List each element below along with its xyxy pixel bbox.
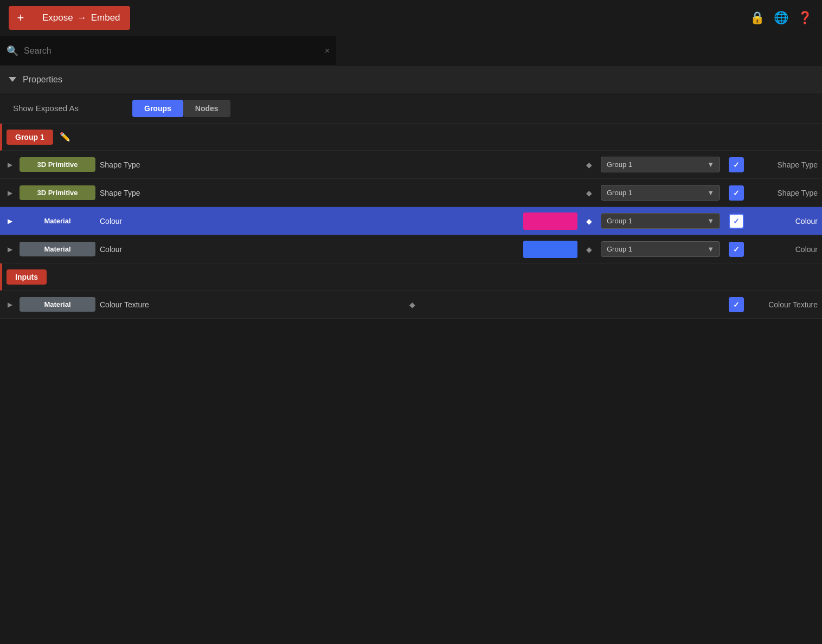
diamond-icon: ◆ — [586, 217, 592, 226]
right-label: Colour Texture — [753, 300, 818, 309]
search-clear-button[interactable]: × — [325, 46, 330, 56]
checkmark-icon: ✓ — [733, 217, 740, 226]
properties-label: Properties — [23, 75, 62, 85]
inputs-tag: Inputs — [7, 269, 47, 285]
dropdown-value: Group 1 — [607, 217, 632, 225]
chevron-down-icon: ▼ — [707, 245, 714, 253]
node-type-tag: Material — [20, 214, 95, 228]
app-header: + Expose → Embed 🔒 🌐 ❓ — [0, 0, 822, 36]
right-label: Colour — [753, 245, 818, 254]
node-type-tag: Material — [20, 297, 95, 312]
table-row: ▶ 3D Primitive Shape Type ◆ Group 1 ▼ ✓ … — [0, 179, 822, 207]
checkbox[interactable]: ✓ — [729, 157, 744, 172]
help-icon[interactable]: ❓ — [796, 9, 813, 27]
header-left: + Expose → Embed — [9, 6, 130, 30]
toggle-groups-button[interactable]: Groups — [132, 100, 183, 117]
chevron-down-icon: ▼ — [707, 217, 714, 225]
prop-name: Colour — [100, 245, 519, 254]
group-dropdown[interactable]: Group 1 ▼ — [601, 157, 720, 172]
expand-icon[interactable]: ▶ — [4, 246, 15, 253]
plus-icon: + — [17, 11, 24, 25]
show-exposed-label: Show Exposed As — [13, 104, 121, 113]
prop-name: Colour — [100, 217, 519, 226]
expand-icon[interactable]: ▶ — [4, 189, 15, 197]
dropdown-value: Group 1 — [607, 189, 632, 197]
diamond-icon: ◆ — [586, 245, 592, 254]
checkbox[interactable]: ✓ — [729, 242, 744, 257]
group-dropdown[interactable]: Group 1 ▼ — [601, 241, 720, 257]
search-input[interactable] — [24, 46, 319, 56]
checkbox[interactable]: ✓ — [729, 185, 744, 201]
table-row: ▶ Material Colour ◆ Group 1 ▼ ✓ Colour — [0, 235, 822, 263]
diamond-icon: ◆ — [586, 189, 592, 197]
diamond-icon: ◆ — [586, 160, 592, 169]
dropdown-value: Group 1 — [607, 160, 632, 169]
group-dropdown[interactable]: Group 1 ▼ — [601, 213, 720, 229]
globe-icon[interactable]: 🌐 — [772, 9, 789, 27]
expand-icon[interactable]: ▶ — [4, 161, 15, 169]
prop-name: Shape Type — [100, 160, 577, 169]
dropdown-value: Group 1 — [607, 245, 632, 253]
checkbox[interactable]: ✓ — [729, 297, 744, 312]
expose-embed-button[interactable]: Expose → Embed — [33, 6, 130, 30]
chevron-down-icon: ▼ — [707, 189, 714, 197]
checkmark-icon: ✓ — [733, 189, 740, 197]
checkbox[interactable]: ✓ — [729, 214, 744, 229]
embed-label: Embed — [91, 12, 120, 23]
toggle-nodes-button[interactable]: Nodes — [183, 100, 230, 117]
group-dropdown[interactable]: Group 1 ▼ — [601, 185, 720, 201]
header-icons: 🔒 🌐 ❓ — [748, 9, 813, 27]
lock-icon[interactable]: 🔒 — [748, 9, 766, 27]
prop-name: Shape Type — [100, 189, 577, 197]
search-icon: 🔍 — [7, 45, 18, 57]
expand-icon[interactable]: ▶ — [4, 217, 15, 225]
group1-tag: Group 1 — [7, 130, 53, 145]
expand-icon[interactable]: ▶ — [4, 301, 15, 308]
inputs-section-header: Inputs — [0, 263, 822, 291]
collapse-icon — [9, 77, 16, 82]
node-type-tag: 3D Primitive — [20, 185, 95, 200]
properties-section-header[interactable]: Properties — [0, 66, 822, 93]
right-label: Shape Type — [753, 189, 818, 197]
edit-icon[interactable]: ✏️ — [60, 132, 70, 142]
toggle-group: Groups Nodes — [132, 100, 230, 117]
right-label: Colour — [753, 217, 818, 226]
diamond-icon: ◆ — [409, 300, 415, 309]
add-button[interactable]: + — [9, 6, 33, 30]
arrow-icon: → — [78, 12, 87, 23]
table-row: ▶ 3D Primitive Shape Type ◆ Group 1 ▼ ✓ … — [0, 151, 822, 179]
show-exposed-row: Show Exposed As Groups Nodes — [0, 93, 822, 124]
node-type-tag: Material — [20, 242, 95, 256]
checkmark-icon: ✓ — [733, 245, 740, 254]
table-row: ▶ Material Colour ◆ Group 1 ▼ ✓ Colour — [0, 207, 822, 235]
checkmark-icon: ✓ — [733, 300, 740, 309]
chevron-down-icon: ▼ — [707, 160, 714, 169]
group1-header: Group 1 ✏️ — [0, 124, 822, 151]
checkmark-icon: ✓ — [733, 160, 740, 169]
right-label: Shape Type — [753, 160, 818, 169]
table-row: ▶ Material Colour Texture ◆ ✓ Colour Tex… — [0, 291, 822, 319]
node-type-tag: 3D Primitive — [20, 157, 95, 172]
search-bar: 🔍 × — [0, 36, 336, 66]
color-swatch — [523, 212, 577, 230]
prop-name: Colour Texture — [100, 300, 248, 309]
color-swatch — [523, 241, 577, 258]
expose-label: Expose — [42, 12, 73, 23]
